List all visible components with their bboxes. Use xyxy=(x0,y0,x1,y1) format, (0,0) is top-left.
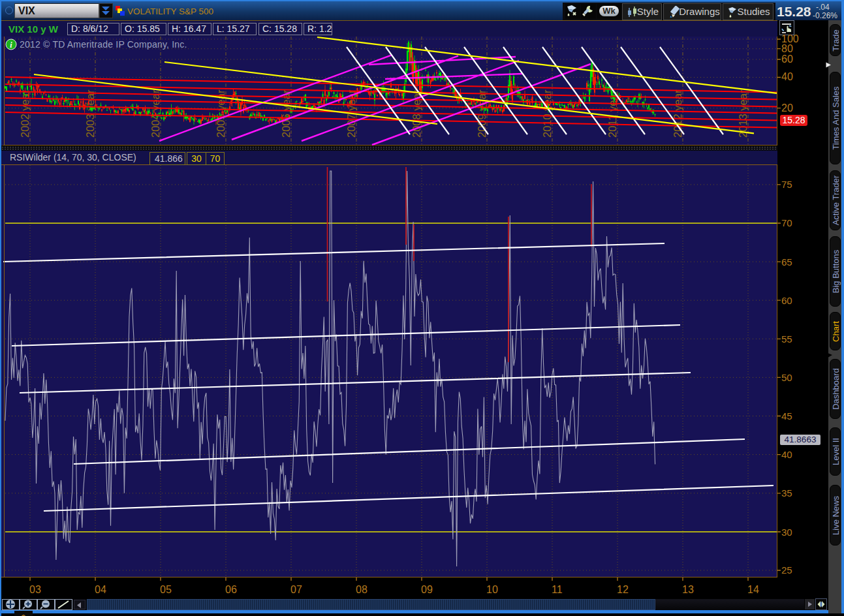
svg-text:2012 © TD Ameritrade IP Compan: 2012 © TD Ameritrade IP Company, Inc. xyxy=(20,39,187,50)
svg-text:2013 year: 2013 year xyxy=(737,89,749,138)
